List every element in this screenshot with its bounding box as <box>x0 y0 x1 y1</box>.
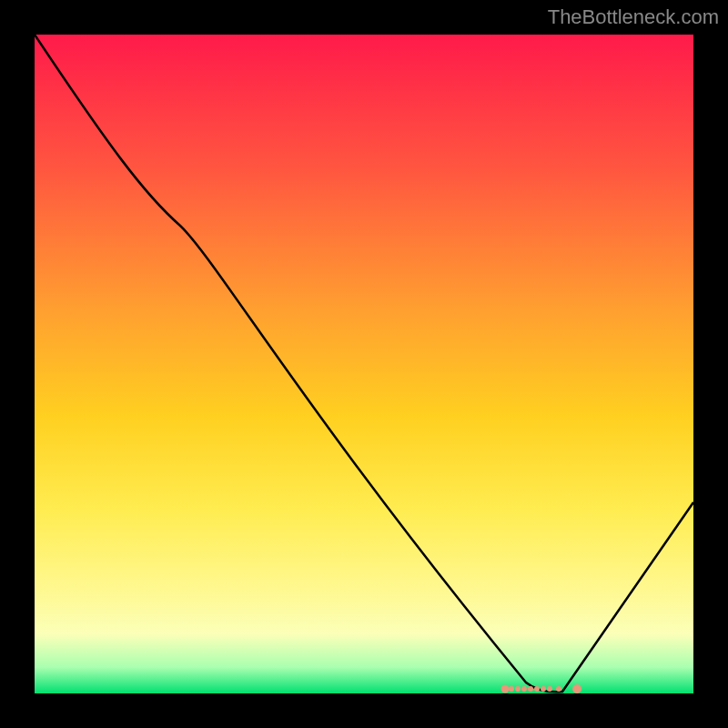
svg-point-3 <box>521 686 527 692</box>
plot-area <box>35 35 693 693</box>
svg-point-6 <box>541 686 546 692</box>
svg-point-2 <box>515 686 521 692</box>
svg-point-9 <box>572 684 581 693</box>
chart-svg <box>35 35 693 693</box>
chart-container: TheBottleneck.com <box>0 0 728 728</box>
watermark-text: TheBottleneck.com <box>548 5 719 29</box>
svg-point-7 <box>547 686 552 692</box>
svg-point-5 <box>534 686 540 692</box>
svg-point-4 <box>528 686 533 692</box>
svg-point-8 <box>556 686 561 692</box>
svg-point-1 <box>509 686 514 692</box>
bottleneck-curve <box>35 35 693 692</box>
svg-point-0 <box>501 685 510 693</box>
notch-markers <box>501 684 582 693</box>
